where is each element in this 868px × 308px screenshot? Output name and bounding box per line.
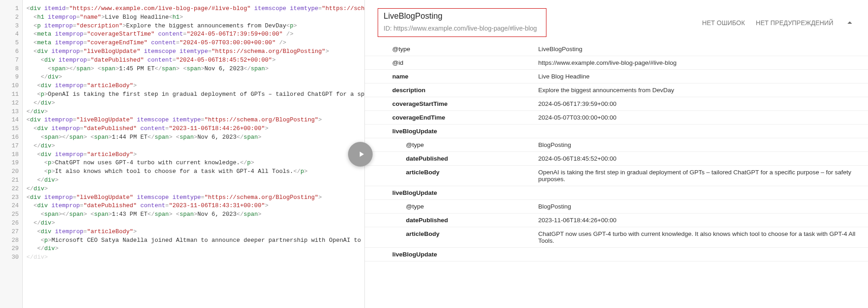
code-line[interactable]: <p>OpenAI is taking the first step in gr… [26,90,361,99]
property-row[interactable]: descriptionExplore the biggest announcem… [365,84,868,97]
property-value: https://www.example.com/live-blog-page/#… [538,56,868,70]
line-number: 29 [0,245,19,253]
code-line[interactable]: </div> [26,253,361,262]
code-line[interactable]: </div> [26,176,361,185]
code-line[interactable]: <span></span> <span>1:45 PM ET</span> <s… [26,65,361,73]
property-row[interactable]: datePublished2023-11-06T18:44:26+00:00 [365,214,868,227]
line-number: 20 [0,167,19,176]
line-number: 27 [0,228,19,236]
line-number: 3 [0,22,19,31]
line-number-gutter: 1234567891011121314151617181920212223242… [0,0,23,308]
play-icon [357,150,366,159]
line-number: 28 [0,236,19,245]
properties-table: @typeLiveBlogPosting@idhttps://www.examp… [365,42,868,261]
property-value: Explore the biggest announcements from D… [538,84,868,97]
property-key: @type [365,42,538,56]
property-key: articleBody [365,166,538,186]
code-line[interactable]: </div> [26,185,361,193]
code-line[interactable]: <div itemprop="articleBody"> [26,82,361,90]
line-number: 18 [0,151,19,159]
property-value: 2024-05-07T03:00:00+00:00 [538,111,868,125]
property-row[interactable]: nameLive Blog Headline [365,70,868,84]
line-number: 21 [0,176,19,185]
code-line[interactable]: <div itemprop="articleBody"> [26,228,361,236]
code-line[interactable]: <meta itemprop="coverageStartTime" conte… [26,30,361,39]
line-number: 12 [0,99,19,108]
line-number: 30 [0,253,19,262]
property-key: @id [365,56,538,70]
line-number: 5 [0,39,19,47]
line-number: 19 [0,159,19,167]
line-number: 14 [0,116,19,125]
code-line[interactable]: <h1 itemprop="name">Live Blog Headline<h… [26,13,361,22]
code-line[interactable]: </div> [26,142,361,151]
property-row[interactable]: liveBlogUpdate [365,125,868,138]
line-number: 7 [0,56,19,65]
code-line[interactable]: <div itemprop="datePublished" content="2… [26,202,361,210]
code-line[interactable]: </div> [26,108,361,116]
line-number: 17 [0,142,19,151]
property-row[interactable]: datePublished2024-05-06T18:45:52+00:00 [365,152,868,166]
property-row[interactable]: liveBlogUpdate [365,186,868,200]
property-value: ChatGPT now uses GPT-4 turbo with curren… [538,227,868,248]
code-line[interactable]: <p>Microsoft CEO Satya Nadella joined Al… [26,236,361,245]
line-number: 6 [0,47,19,56]
code-line[interactable]: <span></span> <span>1:44 PM ET</span> <s… [26,133,361,142]
property-key: liveBlogUpdate [365,248,538,261]
code-line[interactable]: </div> [26,73,361,82]
property-value: 2024-05-06T18:45:52+00:00 [538,152,868,166]
property-key: datePublished [365,152,538,166]
property-key: liveBlogUpdate [365,186,538,200]
line-number: 25 [0,210,19,219]
line-number: 13 [0,108,19,116]
code-editor-panel: 1234567891011121314151617181920212223242… [0,0,365,308]
property-row[interactable]: articleBodyOpenAI is taking the first st… [365,166,868,186]
code-line[interactable]: </div> [26,99,361,108]
property-key: articleBody [365,227,538,248]
code-line[interactable]: <p>It also knows which tool to choose fo… [26,167,361,176]
results-panel: LiveBlogPosting ID: https://www.example.… [365,0,868,308]
property-key: description [365,84,538,97]
line-number: 22 [0,185,19,193]
line-number: 26 [0,219,19,228]
property-row[interactable]: @idhttps://www.example.com/live-blog-pag… [365,56,868,70]
code-line[interactable]: <meta itemprop="coverageEndTime" content… [26,39,361,47]
code-line[interactable]: <div itemprop="datePublished" content="2… [26,56,361,65]
code-line[interactable]: <p itemprop="description">Explore the bi… [26,22,361,31]
property-row[interactable]: liveBlogUpdate [365,248,868,261]
property-row[interactable]: @typeLiveBlogPosting [365,42,868,56]
line-number: 24 [0,202,19,210]
line-number: 2 [0,13,19,22]
run-test-button[interactable] [348,142,373,167]
property-value [538,186,868,200]
code-line[interactable]: <div itemid="https://www.example.com/liv… [26,5,361,13]
line-number: 9 [0,73,19,82]
code-line[interactable]: <div itemprop="articleBody"> [26,151,361,159]
property-value [538,248,868,261]
property-row[interactable]: articleBodyChatGPT now uses GPT-4 turbo … [365,227,868,248]
code-content[interactable]: <div itemid="https://www.example.com/liv… [23,0,364,308]
code-line[interactable]: </div> [26,219,361,228]
code-line[interactable]: <div itemprop="datePublished" content="2… [26,125,361,133]
code-line[interactable]: </div> [26,245,361,253]
property-key: @type [365,200,538,214]
no-errors-label: НЕТ ОШИБОК [702,19,745,26]
line-number: 23 [0,193,19,202]
line-number: 16 [0,133,19,142]
property-row[interactable]: coverageEndTime2024-05-07T03:00:00+00:00 [365,111,868,125]
chevron-up-icon[interactable] [844,17,855,28]
entity-type-title: LiveBlogPosting [384,11,541,21]
property-value: BlogPosting [538,138,868,152]
code-line[interactable]: <div itemprop="liveBlogUpdate" itemscope… [26,193,361,202]
property-row[interactable]: @typeBlogPosting [365,138,868,152]
code-line[interactable]: <p>ChatGPT now uses GPT-4 turbo with cur… [26,159,361,167]
line-number: 15 [0,125,19,133]
status-area: НЕТ ОШИБОК НЕТ ПРЕДУПРЕЖДЕНИЙ [702,17,855,28]
code-line[interactable]: <div itemprop="liveBlogUpdate" itemscope… [26,116,361,125]
code-line[interactable]: <div itemprop="liveBlogUpdate" itemscope… [26,47,361,56]
entity-header-box[interactable]: LiveBlogPosting ID: https://www.example.… [378,8,546,37]
property-row[interactable]: coverageStartTime2024-05-06T17:39:59+00:… [365,97,868,111]
code-line[interactable]: <span></span> <span>1:43 PM ET</span> <s… [26,210,361,219]
property-row[interactable]: @typeBlogPosting [365,200,868,214]
property-key: liveBlogUpdate [365,125,538,138]
